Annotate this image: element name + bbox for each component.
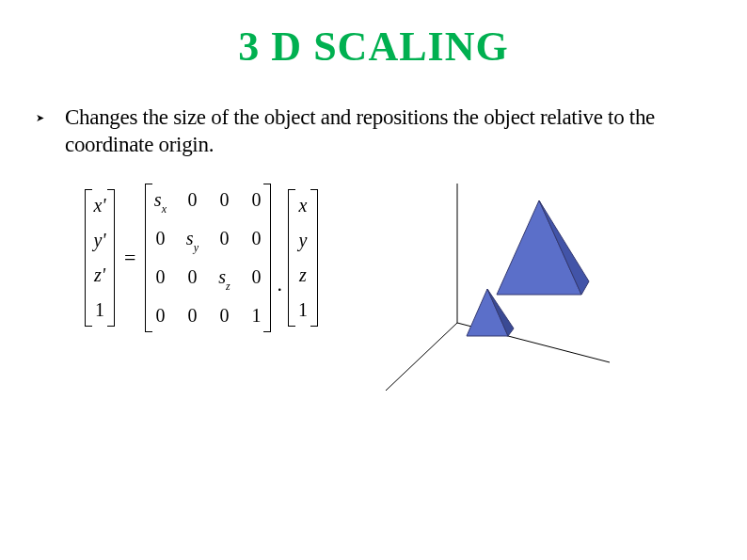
dot-operator: . <box>277 272 282 296</box>
svg-marker-3 <box>497 200 581 295</box>
m10: 0 <box>152 228 167 253</box>
matrix-equation: x' y' z' 1 = sx 0 0 0 0 sy 0 0 0 0 sz <box>85 184 318 332</box>
slide-title: 3 D SCALING <box>0 23 747 71</box>
m11: sy <box>184 228 199 253</box>
scale-matrix: sx 0 0 0 0 sy 0 0 0 0 sz 0 0 0 0 1 <box>145 184 271 332</box>
m01: 0 <box>184 189 199 215</box>
rhs-1: y <box>295 230 310 251</box>
m13: 0 <box>248 228 263 253</box>
bullet-text: Changes the size of the object and repos… <box>65 104 691 159</box>
large-pyramid-icon <box>497 200 589 295</box>
rhs-0: x <box>295 195 310 216</box>
m02: 0 <box>216 189 231 215</box>
rhs-vector: x y z 1 <box>288 189 318 327</box>
bullet-item: ➤ Changes the size of the object and rep… <box>0 104 747 159</box>
m31: 0 <box>184 305 199 327</box>
small-pyramid-icon <box>467 289 514 336</box>
bullet-marker-icon: ➤ <box>36 112 44 124</box>
scaling-figure <box>346 184 610 391</box>
lhs-vector: x' y' z' 1 <box>85 189 115 327</box>
m20: 0 <box>152 266 167 292</box>
m22: sz <box>216 266 231 292</box>
m21: 0 <box>184 266 199 292</box>
lhs-3: 1 <box>92 299 107 321</box>
m00: sx <box>152 189 167 215</box>
content-row: x' y' z' 1 = sx 0 0 0 0 sy 0 0 0 0 sz <box>0 184 747 391</box>
m03: 0 <box>248 189 263 215</box>
svg-line-2 <box>386 323 457 391</box>
lhs-1: y' <box>92 230 107 251</box>
equals-sign: = <box>124 246 135 270</box>
m30: 0 <box>152 305 167 327</box>
pyramid-diagram-icon <box>346 184 610 391</box>
lhs-0: x' <box>92 195 107 216</box>
m33: 1 <box>248 305 263 327</box>
m23: 0 <box>248 266 263 292</box>
m32: 0 <box>216 305 231 327</box>
rhs-3: 1 <box>295 299 310 321</box>
lhs-2: z' <box>92 264 107 286</box>
rhs-2: z <box>295 264 310 286</box>
m12: 0 <box>216 228 231 253</box>
